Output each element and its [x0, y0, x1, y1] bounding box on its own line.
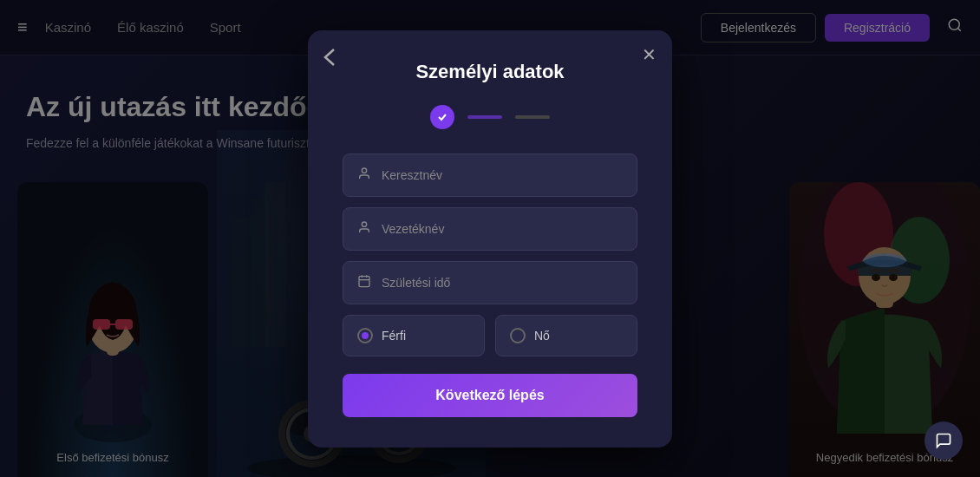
birth-date-field[interactable] [343, 261, 637, 304]
birth-date-input[interactable] [382, 276, 623, 290]
last-name-field[interactable] [343, 207, 637, 251]
registration-modal: ✕ Személyi adatok [308, 30, 672, 448]
modal-back-button[interactable] [323, 48, 336, 71]
step-1-indicator [430, 105, 454, 129]
svg-point-36 [362, 222, 366, 226]
gender-female-label: Nő [534, 329, 550, 343]
first-name-input[interactable] [382, 168, 623, 182]
modal-overlay: ✕ Személyi adatok [0, 0, 980, 477]
birth-date-icon [357, 274, 371, 291]
svg-point-35 [362, 168, 366, 173]
gender-female-option[interactable]: Nő [495, 315, 637, 356]
first-name-icon [357, 167, 371, 184]
chat-button[interactable] [924, 421, 963, 460]
step-2-indicator [467, 115, 502, 119]
gender-male-option[interactable]: Férfi [343, 315, 485, 356]
gender-male-radio[interactable] [357, 328, 373, 343]
gender-male-label: Férfi [382, 329, 406, 343]
last-name-input[interactable] [382, 222, 623, 236]
step-indicators [343, 105, 637, 129]
gender-row: Férfi Nő [343, 315, 637, 356]
svg-rect-37 [359, 276, 369, 286]
last-name-icon [357, 220, 371, 238]
first-name-field[interactable] [343, 154, 637, 197]
modal-close-button[interactable]: ✕ [642, 46, 657, 63]
step-3-indicator [515, 115, 550, 119]
gender-female-radio[interactable] [510, 328, 526, 343]
modal-title: Személyi adatok [343, 61, 637, 83]
next-step-button[interactable]: Következő lépés [343, 374, 637, 417]
